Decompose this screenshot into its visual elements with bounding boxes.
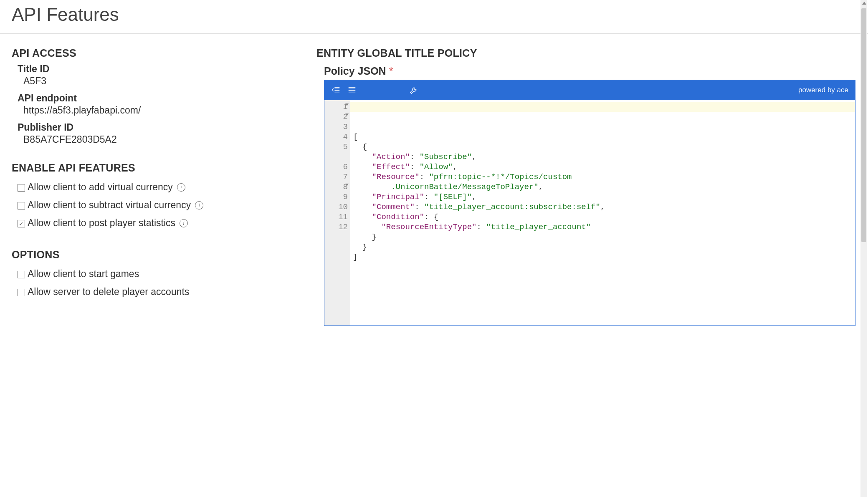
options-section: OPTIONS Allow client to start games Allo… <box>12 249 300 301</box>
option-label: Allow server to delete player accounts <box>28 286 189 298</box>
api-endpoint-value: https://a5f3.playfabapi.com/ <box>18 105 300 116</box>
checkbox-icon[interactable] <box>18 220 25 227</box>
info-icon[interactable]: i <box>177 183 185 192</box>
api-access-section: API ACCESS Title ID A5F3 API endpoint ht… <box>12 47 300 145</box>
policy-json-label: Policy JSON * <box>324 65 856 77</box>
enable-features-heading: ENABLE API FEATURES <box>12 162 300 174</box>
policy-heading: ENTITY GLOBAL TITLE POLICY <box>316 47 856 59</box>
info-icon[interactable]: i <box>195 201 203 209</box>
title-id-label: Title ID <box>18 63 300 75</box>
feature-label: Allow client to post player statistics <box>28 217 175 229</box>
outdent-icon[interactable] <box>331 85 341 95</box>
scrollbar-thumb[interactable] <box>861 8 866 242</box>
policy-json-editor[interactable]: powered by ace 123456789101112 [ { "Acti… <box>324 80 855 326</box>
publisher-id-label: Publisher ID <box>18 122 300 133</box>
option-label: Allow client to start games <box>28 268 139 280</box>
required-mark: * <box>389 65 393 77</box>
checkbox-icon[interactable] <box>18 202 25 209</box>
page-scrollbar[interactable] <box>860 0 867 326</box>
editor-code-area[interactable]: [ { "Action": "Subscribe", "Effect": "Al… <box>350 100 855 325</box>
editor-gutter: 123456789101112 <box>324 100 350 325</box>
page-title: API Features <box>12 4 856 25</box>
feature-label: Allow client to subtract virtual currenc… <box>28 199 191 211</box>
info-icon[interactable]: i <box>180 219 188 227</box>
feature-checkbox-row[interactable]: Allow client to add virtual currency i <box>12 178 300 196</box>
indent-icon[interactable] <box>347 85 357 95</box>
feature-label: Allow client to add virtual currency <box>28 182 173 193</box>
options-heading: OPTIONS <box>12 249 300 261</box>
editor-toolbar: powered by ace <box>324 80 855 100</box>
feature-checkbox-row[interactable]: Allow client to subtract virtual currenc… <box>12 196 300 214</box>
api-access-heading: API ACCESS <box>12 47 300 59</box>
option-checkbox-row[interactable]: Allow client to start games <box>12 265 300 283</box>
powered-by-ace-label: powered by ace <box>798 86 848 94</box>
publisher-id-value: B85A7CFE2803D5A2 <box>18 134 300 145</box>
api-endpoint-label: API endpoint <box>18 93 300 104</box>
checkbox-icon[interactable] <box>18 271 25 278</box>
title-id-value: A5F3 <box>18 76 300 87</box>
feature-checkbox-row[interactable]: Allow client to post player statistics i <box>12 214 300 232</box>
enable-features-section: ENABLE API FEATURES Allow client to add … <box>12 162 300 232</box>
wrench-icon[interactable] <box>409 85 419 95</box>
option-checkbox-row[interactable]: Allow server to delete player accounts <box>12 283 300 301</box>
scroll-up-icon[interactable] <box>862 2 866 5</box>
checkbox-icon[interactable] <box>18 289 25 296</box>
checkbox-icon[interactable] <box>18 184 25 192</box>
